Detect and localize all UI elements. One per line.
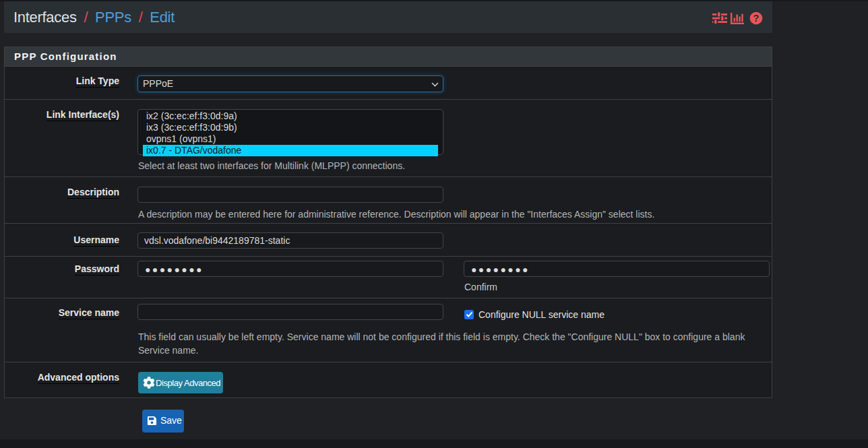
svg-text:?: ?: [753, 13, 760, 24]
